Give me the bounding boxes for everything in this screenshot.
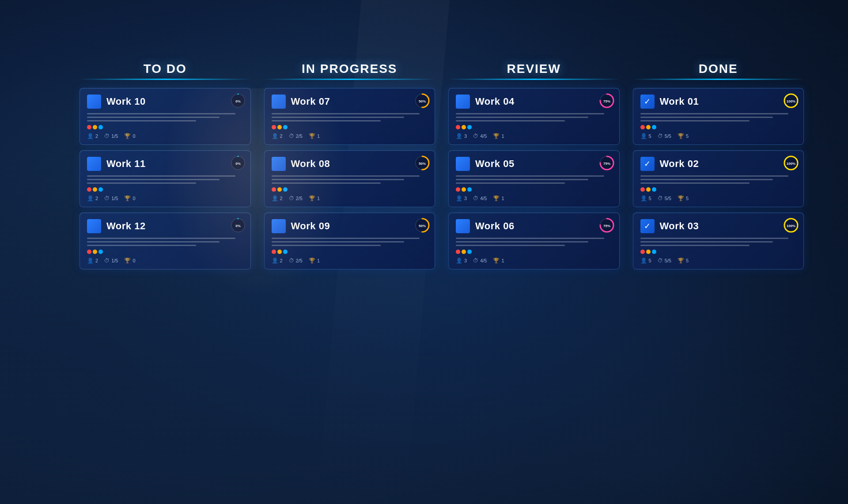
- card-title-work10: Work 10: [106, 96, 146, 107]
- progress-badge-work05: 75%: [599, 155, 615, 173]
- users-icon: 👤: [640, 133, 647, 139]
- card-line: [640, 175, 789, 177]
- card-lines-work08: [272, 175, 428, 184]
- progress-badge-work11: 0%: [230, 155, 246, 173]
- column-title-todo: TO DO: [80, 62, 251, 76]
- trophy-count: 1: [317, 196, 320, 201]
- card-header-work12: Work 12: [87, 219, 243, 233]
- trophy-count: 1: [501, 258, 504, 263]
- card-work03[interactable]: ✓ Work 03 👤 5 ⏱ 5/5: [633, 212, 804, 269]
- svg-text:50%: 50%: [419, 224, 426, 228]
- card-footer-work08: 👤 2 ⏱ 2/5 🏆 1: [272, 195, 428, 201]
- tasks-count: 5/5: [665, 196, 671, 201]
- color-dot-red: [272, 125, 276, 129]
- users-count: 3: [464, 258, 467, 263]
- card-line: [87, 179, 220, 180]
- card-users-work11: 👤 2: [87, 195, 98, 201]
- tasks-count: 4/5: [480, 196, 487, 201]
- svg-text:50%: 50%: [419, 162, 426, 166]
- svg-text:0%: 0%: [235, 224, 241, 228]
- card-lines-work02: [640, 175, 797, 184]
- card-work01[interactable]: ✓ Work 01 👤 5 ⏱ 5/5: [633, 88, 804, 145]
- progress-circle: 75%: [599, 155, 615, 171]
- tasks-icon: ⏱: [289, 195, 294, 201]
- card-work06[interactable]: Work 06 👤 3 ⏱ 4/5: [448, 212, 620, 269]
- card-footer-work05: 👤 3 ⏱ 4/5 🏆 1: [456, 195, 612, 201]
- card-work07[interactable]: Work 07 👤 2 ⏱ 2/5: [264, 88, 435, 145]
- card-line: [87, 245, 196, 246]
- card-color-bar-work05: [456, 187, 612, 192]
- card-line: [87, 120, 196, 121]
- card-work05[interactable]: Work 05 👤 3 ⏱ 4/5: [448, 150, 620, 207]
- column-header-done: DONE: [633, 62, 804, 80]
- card-line: [456, 117, 588, 118]
- card-checkbox-checked: ✓: [640, 95, 655, 109]
- card-work11[interactable]: Work 11 👤 2 ⏱ 1/5: [80, 150, 251, 207]
- color-dot-yellow: [277, 125, 282, 129]
- card-color-bar-work08: [272, 187, 428, 192]
- color-dot-yellow: [93, 125, 97, 129]
- cards-list-todo: Work 10 👤 2 ⏱ 1/5: [80, 88, 251, 269]
- card-lines-work07: [272, 113, 428, 121]
- card-line: [456, 238, 604, 239]
- card-lines-work09: [272, 238, 428, 246]
- svg-text:100%: 100%: [787, 99, 795, 103]
- color-dot-red: [456, 187, 460, 192]
- color-dot-blue: [283, 187, 288, 192]
- card-work08[interactable]: Work 08 👤 2 ⏱ 2/5: [264, 150, 435, 207]
- card-line: [640, 113, 789, 114]
- tasks-count: 4/5: [480, 258, 487, 263]
- color-dot-red: [640, 187, 645, 192]
- column-line-inprogress: [264, 79, 435, 80]
- card-work12[interactable]: Work 12 👤 2 ⏱ 1/5: [80, 212, 251, 269]
- card-tasks-work05: ⏱ 4/5: [473, 195, 487, 201]
- card-title-work03: Work 03: [660, 220, 699, 232]
- card-trophy-work06: 🏆 1: [493, 258, 504, 264]
- column-review: REVIEW Work 04 👤 3: [448, 62, 620, 269]
- card-footer-work04: 👤 3 ⏱ 4/5 🏆 1: [456, 133, 612, 139]
- card-line: [456, 113, 604, 114]
- card-header-work10: Work 10: [87, 95, 243, 109]
- cards-list-done: ✓ Work 01 👤 5 ⏱ 5/5: [633, 88, 804, 269]
- users-icon: 👤: [640, 258, 647, 264]
- tasks-count: 5/5: [665, 258, 671, 263]
- card-users-work07: 👤 2: [272, 133, 283, 139]
- card-work02[interactable]: ✓ Work 02 👤 5 ⏱ 5/5: [633, 150, 804, 207]
- tasks-count: 1/5: [111, 133, 118, 139]
- card-trophy-work01: 🏆 5: [678, 133, 689, 139]
- card-header-work07: Work 07: [272, 95, 428, 109]
- users-icon: 👤: [272, 195, 278, 201]
- card-color-bar-work10: [87, 125, 243, 129]
- trophy-icon: 🏆: [309, 133, 315, 139]
- card-line: [272, 245, 381, 246]
- card-users-work09: 👤 2: [272, 258, 283, 264]
- tasks-icon: ⏱: [473, 258, 478, 264]
- color-dot-blue: [98, 125, 103, 129]
- card-work04[interactable]: Work 04 👤 3 ⏱ 4/5: [448, 88, 620, 145]
- card-line: [87, 182, 196, 184]
- card-trophy-work11: 🏆 0: [124, 195, 135, 201]
- card-header-work08: Work 08: [272, 157, 428, 171]
- card-icon: [87, 95, 101, 109]
- progress-circle: 100%: [783, 155, 799, 171]
- column-header-todo: TO DO: [80, 62, 251, 80]
- color-dot-red: [640, 250, 645, 254]
- svg-text:100%: 100%: [787, 224, 795, 228]
- card-icon: [456, 219, 470, 233]
- card-footer-work06: 👤 3 ⏱ 4/5 🏆 1: [456, 258, 612, 264]
- card-users-work04: 👤 3: [456, 133, 467, 139]
- card-checkbox-checked: ✓: [640, 219, 655, 233]
- card-color-bar-work02: [640, 187, 797, 192]
- card-tasks-work09: ⏱ 2/5: [289, 258, 303, 264]
- tasks-count: 2/5: [296, 133, 303, 139]
- card-work10[interactable]: Work 10 👤 2 ⏱ 1/5: [80, 88, 251, 145]
- card-trophy-work03: 🏆 5: [678, 258, 689, 264]
- card-color-bar-work04: [456, 125, 612, 129]
- card-header-work04: Work 04: [456, 95, 612, 109]
- trophy-icon: 🏆: [124, 258, 131, 264]
- progress-circle: 0%: [230, 217, 246, 233]
- color-dot-yellow: [646, 250, 651, 254]
- progress-circle: 75%: [599, 93, 615, 109]
- card-work09[interactable]: Work 09 👤 2 ⏱ 2/5: [264, 212, 435, 269]
- card-line: [640, 179, 773, 180]
